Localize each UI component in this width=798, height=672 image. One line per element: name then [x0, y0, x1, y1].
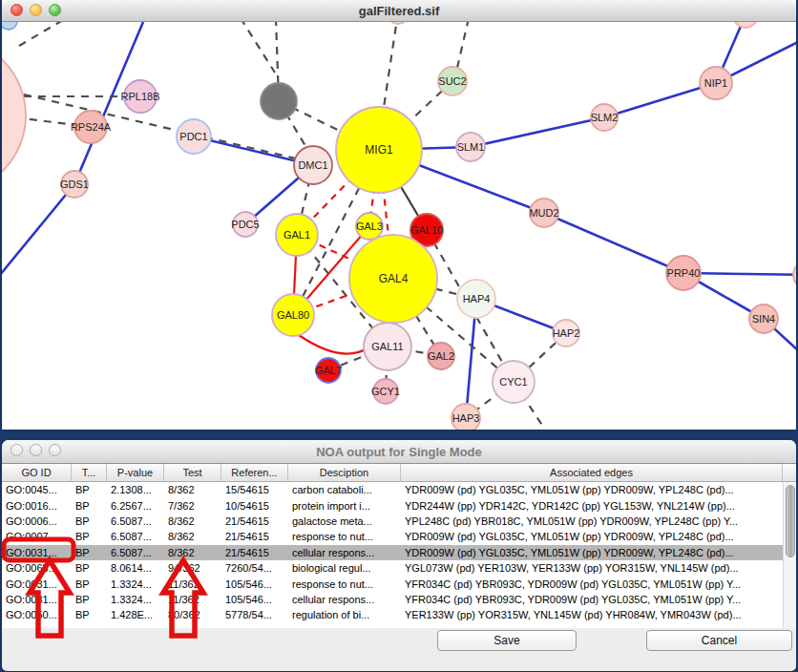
column-header-edges[interactable]: Associated edges — [401, 464, 783, 481]
edge-pd[interactable] — [24, 94, 300, 159]
cell-ref: 21/54615 — [221, 531, 288, 542]
edge-gal80-gal11-arc[interactable] — [299, 335, 368, 354]
cell-test: 8/362 — [164, 531, 221, 542]
node-label-mig1: MIG1 — [365, 143, 393, 157]
cell-p: 6.5087... — [107, 531, 164, 542]
edge-pp[interactable] — [604, 83, 716, 117]
cell-desc: response to nut... — [288, 531, 401, 542]
cell-p: 6.5087... — [107, 515, 164, 527]
column-header-ref[interactable]: Referen... — [221, 464, 288, 481]
cell-ref: 21/54615 — [221, 547, 288, 558]
node-label-sin4: SIN4 — [752, 313, 775, 325]
column-header-test[interactable]: Test — [164, 464, 221, 481]
graph-window-title: galFiltered.sif — [359, 4, 440, 18]
node-large-clipped[interactable] — [2, 37, 26, 194]
cell-ref: 7260/54... — [221, 562, 288, 574]
graph-window: galFiltered.sif RPL18BRPS24AGDS1PDC1PDC5… — [2, 0, 796, 429]
node-gray[interactable] — [261, 83, 297, 119]
column-header-desc[interactable]: Desciption — [288, 464, 401, 481]
node-corner-clipped[interactable] — [2, 22, 17, 30]
cell-test: 11/362 — [164, 594, 221, 605]
cell-desc: regulation of bi... — [288, 609, 401, 620]
cell-desc: biological regul... — [288, 562, 401, 574]
cell-edges: YDR009W (pd) YGL035C, YML051W (pp) YDR00… — [401, 484, 783, 495]
node-top-right-clipped[interactable] — [733, 22, 758, 28]
cell-t: BP — [72, 531, 107, 542]
edge-pd[interactable] — [382, 22, 398, 120]
cell-go: GO:0050... — [2, 609, 72, 620]
node-label-hap2: HAP2 — [553, 327, 580, 339]
table-row-2[interactable]: GO:0016...BP6.2567...7/36210/54615protei… — [2, 497, 796, 513]
edge-pp[interactable] — [544, 213, 683, 273]
node-label-gal7: GAL7 — [315, 365, 342, 376]
cell-go: GO:0031... — [2, 547, 72, 558]
cell-p: 8.0614... — [107, 562, 164, 574]
noa-window-titlebar[interactable]: NOA output for Single Mode — [2, 440, 796, 464]
table-row-7[interactable]: GO:0031...BP1.3324...11/362105/546...res… — [2, 576, 796, 591]
node-label-dmc1: DMC1 — [298, 159, 327, 171]
column-header-p[interactable]: P-value — [107, 464, 164, 481]
node-top-center-clipped[interactable] — [387, 22, 410, 24]
cell-desc: carbon cataboli... — [288, 484, 401, 495]
node-label-gcy1: GCY1 — [371, 386, 400, 397]
node-label-gal11: GAL11 — [371, 341, 403, 352]
cell-ref: 5778/54... — [221, 609, 288, 620]
edge-pd[interactable] — [241, 22, 275, 73]
scrollbar-thumb[interactable] — [786, 485, 795, 557]
node-label-prp40: PRP40 — [667, 267, 701, 279]
cell-edges: YDR244W (pp) YDR142C, YDR142C (pp) YGL15… — [401, 500, 783, 512]
cell-test: 80/362 — [164, 609, 221, 620]
zoom-button[interactable] — [49, 444, 61, 456]
cancel-button[interactable]: Cancel — [646, 630, 792, 651]
vertical-scrollbar[interactable] — [783, 482, 796, 628]
cell-edges: YDR009W (pd) YGL035C, YML051W (pp) YDR00… — [401, 547, 783, 558]
table-row-5[interactable]: GO:0031...BP6.5087...8/36221/54615cellul… — [2, 545, 796, 560]
table-row-6[interactable]: GO:0065...BP8.0614...94/3627260/54...bio… — [2, 560, 796, 576]
cell-t: BP — [72, 562, 107, 574]
edge-pd[interactable] — [19, 22, 63, 46]
cell-p: 1.3324... — [107, 578, 164, 590]
table-body: GO:0045...BP2.1308...8/36215/54615carbon… — [2, 482, 796, 628]
node-label-pdc5: PDC5 — [231, 219, 259, 230]
table-header[interactable]: GO IDT...P-valueTestReferen...Desciption… — [2, 464, 796, 482]
table-row-3[interactable]: GO:0006...BP6.5087...8/36221/54615galact… — [2, 514, 796, 529]
cell-t: BP — [72, 547, 107, 558]
column-header-t[interactable]: T... — [72, 464, 107, 481]
cell-t: BP — [72, 594, 107, 605]
close-button[interactable] — [10, 444, 23, 456]
cell-p: 1.428E... — [107, 609, 164, 620]
noa-window-title: NOA output for Single Mode — [316, 445, 482, 459]
cell-desc: galactose meta... — [288, 515, 401, 527]
cell-ref: 10/54615 — [221, 500, 288, 512]
edge-pp[interactable] — [471, 117, 604, 147]
network-canvas[interactable]: RPL18BRPS24AGDS1PDC1PDC5DMC1MIG1SUC2SLM1… — [2, 22, 796, 430]
save-button[interactable]: Save — [437, 630, 577, 651]
column-header-go[interactable]: GO ID — [2, 464, 72, 481]
table-row-8[interactable]: GO:0031...BP1.3324...11/362105/546...cel… — [2, 592, 796, 607]
table-row-4[interactable]: GO:0007...BP6.5087...8/36221/54615respon… — [2, 529, 796, 544]
cell-go: GO:0045... — [2, 484, 72, 495]
node-label-gal10: GAL10 — [410, 224, 443, 236]
cell-ref: 21/54615 — [221, 515, 288, 527]
cell-edges: YGL073W (pd) YER103W, YER133W (pp) YOR31… — [401, 562, 783, 574]
desktop: { "graph_window": { "title": "galFiltere… — [0, 0, 798, 672]
minimize-button[interactable] — [30, 4, 42, 16]
minimize-button[interactable] — [30, 444, 42, 456]
node-label-gds1: GDS1 — [60, 178, 89, 190]
edge-pd[interactable] — [457, 22, 469, 68]
zoom-button[interactable] — [49, 4, 61, 16]
node-label-hap4: HAP4 — [463, 293, 491, 304]
cell-test: 11/362 — [164, 578, 221, 590]
cell-p: 6.5087... — [107, 547, 164, 558]
cell-edges: YFR034C (pd) YBR093C, YDR009W (pd) YGL03… — [401, 594, 783, 605]
cell-edges: YER133W (pp) YOR315W, YNL145W (pd) YHR08… — [401, 609, 783, 620]
node-label-rps24a: RPS24A — [71, 121, 112, 133]
node-label-gal2: GAL2 — [428, 350, 454, 362]
graph-window-titlebar[interactable]: galFiltered.sif — [2, 0, 796, 22]
table-row-9[interactable]: GO:0050...BP1.428E...80/3625778/54...reg… — [2, 607, 796, 622]
node-label-pdc1: PDC1 — [179, 131, 207, 142]
edge-pp[interactable] — [2, 184, 74, 275]
close-button[interactable] — [10, 4, 23, 16]
table-row-1[interactable]: GO:0045...BP2.1308...8/36215/54615carbon… — [2, 482, 796, 497]
cell-go: GO:0006... — [2, 515, 72, 527]
